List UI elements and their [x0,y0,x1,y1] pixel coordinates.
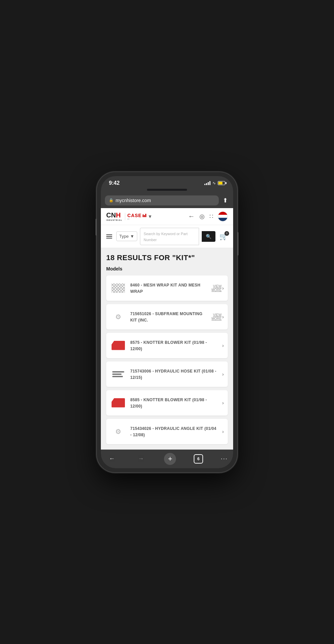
card-content: 715743006 - HYDRAULIC HOSE KIT (01/08 - … [130,368,218,381]
flag-icon[interactable] [218,211,228,221]
result-card-6[interactable]: ⚙ 715434026 - HYDRAULIC ANGLE KIT (01/04… [106,419,228,444]
card-thumbnail [110,366,126,382]
card-content: 8575 - KNOTTER BLOWER KIT (01/98 - 12/00… [130,339,218,352]
chevron-right-icon: › [222,400,224,406]
status-icons: ∿ [204,181,225,185]
type-label: Type [119,234,129,239]
result-card-1[interactable]: 8460 - MESH WRAP KIT AND MESH WRAP VIEWM… [106,275,228,301]
tabs-count: 6 [197,457,200,461]
card-title: 715651026 - SUBFRAME MOUNTING KIT (INC. [130,311,202,323]
search-input[interactable]: Search by Keyword or Part Number [140,228,199,245]
phone-inner: 9:42 ∿ 🔒 mycnhistore.com ⬆︎ [101,176,233,468]
lock-icon: 🔒 [109,198,114,202]
chevron-right-icon: › [222,372,224,377]
wifi-icon: ∿ [212,181,216,185]
card-content: 715651026 - SUBFRAME MOUNTING KIT (INC. [130,310,207,323]
card-thumbnail [110,395,126,411]
site-header: CNH INDUSTRIAL CASE [101,208,233,225]
card-content: 8585 - KNOTTER BLOWER KIT (01/98 - 12/00… [130,397,218,409]
view-more-label: VIEWMORE [211,284,221,292]
card-title: 8460 - MESH WRAP KIT AND MESH WRAP [130,283,200,294]
results-title: 18 RESULTS FOR "KIT*" [106,253,228,262]
grid-icon[interactable]: ∷ [209,213,213,220]
header-nav: → ◎ ∷ [188,211,228,221]
case-text: CASE [127,213,142,218]
card-title: 8575 - KNOTTER BLOWER KIT (01/98 - 12/00… [130,340,207,351]
notch [147,189,187,191]
case-logo: CASE IH [125,213,146,220]
url-bar: 🔒 mycnhistore.com ⬆︎ [101,193,233,208]
card-title: 715434026 - HYDRAULIC ANGLE KIT (01/04 -… [130,426,216,437]
card-title: 8585 - KNOTTER BLOWER KIT (01/98 - 12/00… [130,398,207,409]
location-icon[interactable]: ◎ [199,213,205,220]
phone-frame: 9:42 ∿ 🔒 mycnhistore.com ⬆︎ [97,172,237,472]
browser-bottom: ← → + 6 ··· [101,450,233,468]
battery-icon [218,181,225,185]
share-button[interactable]: ⬆︎ [221,195,229,205]
plus-icon: + [168,455,172,463]
card-content: 715434026 - HYDRAULIC ANGLE KIT (01/04 -… [130,425,218,438]
status-time: 9:42 [109,180,120,186]
ih-lines [143,214,146,217]
case-sub: IH [127,218,129,220]
view-more-action[interactable]: VIEWMORE › [211,313,224,320]
type-dropdown[interactable]: Type ▼ [116,231,137,241]
card-thumbnail [110,338,126,354]
chevron-right-icon: › [222,343,224,348]
hamburger-menu[interactable] [105,233,114,240]
result-card-4[interactable]: 715743006 - HYDRAULIC HOSE KIT (01/08 - … [106,362,228,387]
search-icon: 🔍 [206,234,211,239]
cnh-logo: CNH INDUSTRIAL [106,211,122,221]
url-field[interactable]: 🔒 mycnhistore.com [105,195,219,205]
card-thumbnail: ⚙ [110,424,126,440]
cart-badge: 0 [224,231,229,236]
status-bar: 9:42 ∿ [101,176,233,189]
results-area: 18 RESULTS FOR "KIT*" Models 8460 - MESH… [101,248,233,450]
thumb-mesh-icon [112,283,125,293]
thumb-machine-icon [112,398,125,408]
chevron-right-icon: › [222,314,224,319]
card-content: 8460 - MESH WRAP KIT AND MESH WRAP [130,282,207,294]
tabs-button[interactable]: 6 [194,454,203,464]
login-icon[interactable]: → [188,212,195,220]
cart-button[interactable]: 🛒 0 [218,231,229,242]
industrial-text: INDUSTRIAL [106,219,122,221]
card-thumbnail [110,280,126,296]
thumb-hose-icon [112,371,124,377]
view-more-label: VIEWMORE [211,313,221,320]
thumb-machine-icon [112,341,125,350]
result-card-5[interactable]: 8585 - KNOTTER BLOWER KIT (01/98 - 12/00… [106,390,228,416]
card-title: 715743006 - HYDRAULIC HOSE KIT (01/08 - … [130,369,216,380]
new-tab-button[interactable]: + [164,453,176,465]
thumb-wrench-icon: ⚙ [115,428,121,436]
thumb-wrench-icon: ⚙ [115,313,121,321]
logo-area: CNH INDUSTRIAL CASE [106,211,152,221]
models-label: Models [106,266,228,271]
chevron-right-icon: › [222,429,224,434]
cnh-text: CNH [106,211,121,219]
url-text: mycnhistore.com [116,198,151,203]
back-button[interactable]: ← [106,454,118,464]
logo-chevron[interactable]: ▼ [148,214,152,219]
type-chevron: ▼ [130,234,134,239]
results-list: 8460 - MESH WRAP KIT AND MESH WRAP VIEWM… [106,275,228,444]
forward-button[interactable]: → [135,454,147,464]
result-card-3[interactable]: 8575 - KNOTTER BLOWER KIT (01/98 - 12/00… [106,333,228,358]
card-thumbnail: ⚙ [110,309,126,325]
search-row: Type ▼ Search by Keyword or Part Number … [101,225,233,248]
more-button[interactable]: ··· [221,455,228,462]
search-button[interactable]: 🔍 [202,231,215,242]
result-card-2[interactable]: ⚙ 715651026 - SUBFRAME MOUNTING KIT (INC… [106,304,228,330]
search-placeholder: Search by Keyword or Part Number [144,232,187,242]
view-more-action[interactable]: VIEWMORE › [211,284,224,292]
web-content: CNH INDUSTRIAL CASE [101,208,233,450]
notch-area [101,189,233,193]
signal-icon [204,181,210,185]
chevron-right-icon: › [222,285,224,291]
